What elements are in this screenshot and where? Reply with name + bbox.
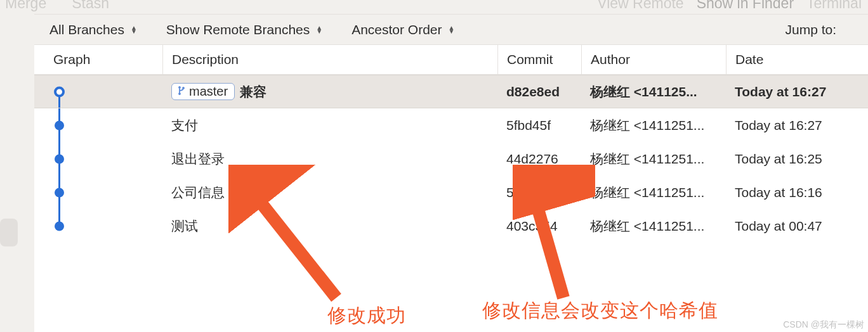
branch-icon: [177, 85, 186, 98]
graph-node-icon: [55, 120, 64, 130]
column-headers: Graph Description Commit Author Date: [34, 44, 868, 75]
graph-cell: [34, 176, 162, 209]
commit-author: 杨继红 <1411251...: [581, 117, 726, 134]
commit-hash: 577 c81: [497, 185, 581, 200]
commit-description: 公司信息: [171, 184, 225, 201]
left-gutter: [0, 0, 34, 332]
commit-row[interactable]: 退出登录 44d2276 杨继红 <1411251... Today at 16…: [34, 142, 868, 176]
toolbar-view-remote: View Remote: [597, 0, 683, 12]
graph-cell: [34, 108, 162, 142]
commit-author: 杨继红 <1411251...: [581, 217, 726, 235]
chevron-updown-icon: ▲▼: [449, 26, 455, 34]
commit-row[interactable]: master 兼容 d82e8ed 杨继红 <141125... Today a…: [34, 75, 868, 108]
chevron-updown-icon: ▲▼: [316, 26, 322, 34]
header-author[interactable]: Author: [581, 45, 726, 74]
branch-tag-label: master: [189, 84, 228, 99]
remote-branches-label: Show Remote Branches: [166, 22, 310, 37]
toolbar-remnant: Merge Stash View Remote Show in Finder T…: [0, 0, 868, 11]
toolbar-stash: Stash: [72, 0, 109, 12]
graph-cell: [34, 142, 162, 176]
commit-date: Today at 00:47: [726, 219, 868, 234]
commit-author: 杨继红 <141125...: [581, 83, 726, 101]
commit-author: 杨继红 <1411251...: [581, 184, 726, 201]
commit-row[interactable]: 支付 5fbd45f 杨继红 <1411251... Today at 16:2…: [34, 108, 868, 142]
header-graph[interactable]: Graph: [34, 52, 162, 67]
annotation-text-right: 修改信息会改变这个哈希值: [482, 298, 718, 324]
remote-branches-dropdown[interactable]: Show Remote Branches ▲▼: [166, 22, 345, 37]
branch-tag[interactable]: master: [171, 83, 235, 100]
commit-description: 退出登录: [171, 150, 225, 168]
commit-row[interactable]: 测试 403c354 杨继红 <1411251... Today at 00:4…: [34, 209, 868, 243]
graph-node-icon: [55, 154, 64, 163]
commit-hash: 5fbd45f: [497, 118, 581, 133]
commit-author: 杨继红 <1411251...: [581, 150, 726, 168]
annotation-text-left: 修改成功: [327, 303, 406, 329]
commit-description: 支付: [171, 117, 198, 134]
commit-list: master 兼容 d82e8ed 杨继红 <141125... Today a…: [34, 75, 868, 332]
order-dropdown-label: Ancestor Order: [352, 22, 442, 37]
left-panel-tab[interactable]: [0, 219, 18, 246]
header-description[interactable]: Description: [162, 45, 497, 74]
header-commit[interactable]: Commit: [497, 45, 581, 74]
chevron-updown-icon: ▲▼: [131, 26, 137, 34]
order-dropdown[interactable]: Ancestor Order ▲▼: [352, 22, 477, 37]
graph-cell: [34, 75, 162, 108]
branches-dropdown-label: All Branches: [49, 22, 124, 37]
toolbar-merge: Merge: [5, 0, 46, 12]
graph-node-icon: [55, 188, 64, 197]
toolbar-terminal: Terminal: [806, 0, 862, 12]
jump-to-label[interactable]: Jump to:: [785, 22, 868, 37]
toolbar-show-in-finder: Show in Finder: [697, 0, 794, 12]
commit-description: 兼容: [240, 83, 266, 101]
graph-cell: [34, 209, 162, 243]
header-date[interactable]: Date: [726, 45, 868, 74]
graph-node-head-icon: [54, 86, 65, 97]
graph-node-icon: [55, 221, 64, 231]
branches-dropdown[interactable]: All Branches ▲▼: [49, 22, 160, 37]
commit-description: 测试: [171, 217, 198, 235]
commit-date: Today at 16:25: [726, 151, 868, 167]
commit-hash: d82e8ed: [497, 84, 581, 99]
commit-hash: 403c354: [497, 219, 581, 234]
commit-date: Today at 16:27: [726, 118, 868, 133]
filter-bar: All Branches ▲▼ Show Remote Branches ▲▼ …: [34, 14, 868, 44]
watermark: CSDN @我有一棵树: [783, 319, 864, 331]
commit-row[interactable]: 公司信息 577 c81 杨继红 <1411251... Today at 16…: [34, 176, 868, 209]
commit-date: Today at 16:27: [726, 84, 868, 99]
commit-hash: 44d2276: [497, 151, 581, 167]
commit-date: Today at 16:16: [726, 185, 868, 200]
